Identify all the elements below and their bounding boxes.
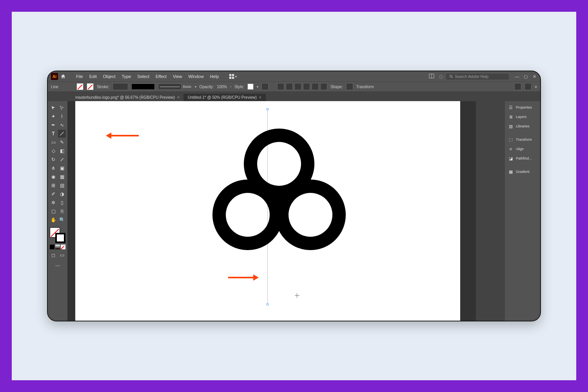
minimize-button[interactable]: — xyxy=(514,74,520,79)
close-button[interactable]: ✕ xyxy=(532,74,537,79)
brush-definition[interactable] xyxy=(158,83,181,90)
mesh-tool[interactable]: ⊞ xyxy=(49,181,57,189)
gradient-tool[interactable]: ▤ xyxy=(58,181,66,189)
transform-label[interactable]: Transform xyxy=(356,85,374,89)
menu-type[interactable]: Type xyxy=(120,74,134,79)
shape-builder-tool[interactable]: ◉ xyxy=(49,173,57,181)
free-transform-tool[interactable]: ▣ xyxy=(58,164,66,172)
graphic-style-swatch[interactable] xyxy=(247,83,254,90)
line-handle-bottom[interactable] xyxy=(267,303,269,305)
menu-select[interactable]: Select xyxy=(135,74,152,79)
drawing-mode-icon[interactable]: ◻ xyxy=(49,251,57,259)
workspace-switcher-icon[interactable]: ▾ xyxy=(229,74,237,79)
panel-gradient[interactable]: ▦ Gradient xyxy=(505,167,540,176)
layers-icon: ≣ xyxy=(508,114,514,120)
color-mode-icon[interactable] xyxy=(50,245,54,249)
isolate-icon[interactable] xyxy=(514,83,521,90)
menu-window[interactable]: Window xyxy=(186,74,206,79)
shape-icon[interactable] xyxy=(346,83,353,90)
menu-file[interactable]: File xyxy=(74,74,85,79)
artwork-three-rings xyxy=(209,129,350,250)
type-tool[interactable]: T xyxy=(49,130,57,138)
artboard-tool[interactable]: ▢ xyxy=(49,207,57,215)
symbol-sprayer-tool[interactable]: ✲ xyxy=(49,199,57,207)
close-icon[interactable]: × xyxy=(177,95,180,100)
document-tab[interactable]: Untitled-1* @ 50% (RGB/CPU Preview) × xyxy=(184,94,266,101)
panel-libraries[interactable]: ▥ Libraries xyxy=(505,122,540,131)
align-middle-icon[interactable] xyxy=(312,83,319,90)
none-mode-icon[interactable] xyxy=(61,245,65,249)
right-dock xyxy=(476,101,505,321)
line-handle-top[interactable] xyxy=(267,108,269,110)
edit-toolbar-icon[interactable]: ⋯ xyxy=(54,262,62,270)
align-bottom-icon[interactable] xyxy=(320,83,327,90)
direct-selection-tool[interactable] xyxy=(58,104,66,112)
annotation-arrow-tool xyxy=(106,132,139,139)
align-left-icon[interactable] xyxy=(277,83,284,90)
scale-tool[interactable]: ⤢ xyxy=(58,156,66,163)
panel-menu-icon[interactable]: ≡ xyxy=(535,85,537,89)
perspective-grid-tool[interactable]: ▦ xyxy=(58,173,66,181)
menu-view[interactable]: View xyxy=(171,74,185,79)
document-tab[interactable]: masterbundles-logo.png* @ 66.67% (RGB/CP… xyxy=(71,94,184,101)
rotate-tool[interactable]: ↻ xyxy=(49,156,57,163)
eyedropper-tool[interactable]: ✐ xyxy=(49,190,57,198)
brush-label: Basic xyxy=(183,85,192,89)
panel-label: Pathfind... xyxy=(516,156,532,160)
line-segment-tool[interactable] xyxy=(58,130,66,138)
selection-tool[interactable] xyxy=(49,104,57,112)
align-center-icon[interactable] xyxy=(286,83,293,90)
curvature-tool[interactable]: ∿ xyxy=(58,121,66,129)
panel-transform[interactable]: ⬚ Transform xyxy=(505,135,540,144)
slice-tool[interactable]: ⎘ xyxy=(58,207,66,215)
width-tool[interactable]: ⋔ xyxy=(49,164,57,172)
svg-rect-2 xyxy=(229,77,231,79)
eraser-tool[interactable]: ◧ xyxy=(58,147,66,155)
column-graph-tool[interactable]: ▯ xyxy=(58,199,66,207)
screen-mode-icon[interactable]: ▭ xyxy=(58,251,66,259)
stroke-indicator[interactable] xyxy=(55,233,65,243)
home-icon[interactable] xyxy=(60,73,67,80)
opacity-label: Opacity: xyxy=(200,85,214,89)
drawn-line-segment[interactable] xyxy=(267,109,268,305)
right-panel-group: ☰ Properties ≣ Layers ▥ Libraries ⬚ Tran… xyxy=(505,101,540,321)
align-right-icon[interactable] xyxy=(294,83,301,90)
panel-label: Align xyxy=(516,147,524,151)
pen-tool[interactable]: ✒ xyxy=(49,121,57,129)
canvas[interactable] xyxy=(67,101,476,321)
stroke-swatch[interactable] xyxy=(87,83,94,90)
align-top-icon[interactable] xyxy=(303,83,310,90)
cursor-crosshair-icon xyxy=(295,293,299,298)
panel-properties[interactable]: ☰ Properties xyxy=(505,103,540,112)
menu-object[interactable]: Object xyxy=(101,74,118,79)
opacity-value[interactable]: 100% xyxy=(217,85,227,89)
artboard[interactable] xyxy=(75,101,460,321)
stroke-weight-dropdown[interactable] xyxy=(113,83,128,90)
gradient-mode-icon[interactable] xyxy=(55,245,60,249)
pref-icon[interactable] xyxy=(524,83,532,90)
fill-stroke-indicator[interactable] xyxy=(50,227,65,243)
magic-wand-tool[interactable]: ✦ xyxy=(49,113,57,120)
panel-layers[interactable]: ≣ Layers xyxy=(505,112,540,122)
maximize-button[interactable]: ▢ xyxy=(523,74,528,79)
fill-swatch[interactable] xyxy=(76,83,83,90)
search-help-icon[interactable]: ◌ xyxy=(439,74,443,79)
recolor-icon[interactable] xyxy=(261,83,269,90)
hand-tool[interactable]: ✋ xyxy=(49,216,57,224)
close-icon[interactable]: × xyxy=(259,95,261,100)
panel-align[interactable]: ≡ Align xyxy=(505,144,540,154)
variable-width-profile[interactable] xyxy=(131,83,155,90)
shaper-tool[interactable]: ◇ xyxy=(49,147,57,155)
menu-edit[interactable]: Edit xyxy=(87,74,99,79)
panel-pathfinder[interactable]: ◪ Pathfind... xyxy=(505,154,540,163)
blend-tool[interactable]: ◑ xyxy=(58,190,66,198)
lasso-tool[interactable]: ⌇ xyxy=(58,113,66,120)
arrange-documents-icon[interactable] xyxy=(429,73,434,80)
rectangle-tool[interactable]: ▭ xyxy=(49,138,57,146)
menu-help[interactable]: Help xyxy=(208,74,221,79)
paintbrush-tool[interactable]: ✎ xyxy=(58,138,66,146)
zoom-tool[interactable]: 🔍 xyxy=(58,216,66,224)
sliders-icon: ☰ xyxy=(508,105,514,110)
search-input[interactable]: Search Adobe Help xyxy=(446,74,509,80)
menu-effect[interactable]: Effect xyxy=(153,74,169,79)
